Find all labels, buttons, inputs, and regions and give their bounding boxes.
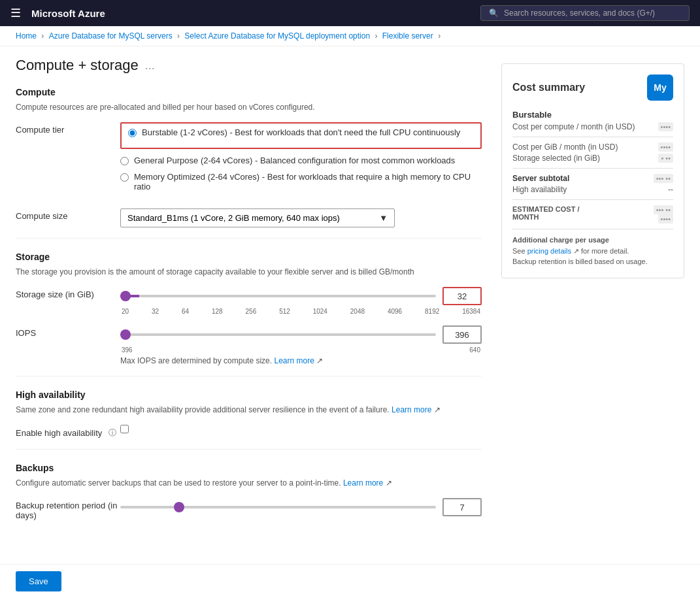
dropdown-chevron-icon: ▼ [379, 213, 388, 223]
compute-size-row: Compute size Standard_B1ms (1 vCore, 2 G… [16, 208, 482, 227]
storage-size-row: Storage size (in GiB) 32 20 32 64 128 25… [16, 287, 482, 315]
compute-size-dropdown[interactable]: Standard_B1ms (1 vCore, 2 GiB memory, 64… [120, 208, 395, 227]
backup-retention-control: 7 [120, 498, 482, 519]
cost-compute-value: •••• [658, 122, 673, 131]
iops-slider-row: 396 [120, 325, 482, 344]
general-radio-input[interactable] [120, 157, 129, 165]
cost-ha-label: High availability [512, 185, 567, 194]
cost-ha-value: -- [668, 185, 673, 194]
search-placeholder: Search resources, services, and docs (G+… [504, 8, 655, 18]
backups-learn-more-link[interactable]: Learn more [343, 478, 383, 488]
cost-compute-row: Cost per compute / month (in USD) •••• [512, 122, 673, 131]
pricing-suffix: for more detail. [581, 247, 629, 255]
compute-section-heading: Compute [16, 87, 482, 97]
brand-name: Microsoft Azure [31, 8, 480, 19]
ha-desc-text: Same zone and zone redundant high availa… [16, 405, 390, 414]
backups-section-heading: Backups [16, 463, 482, 473]
ha-learn-more-link[interactable]: Learn more [392, 405, 431, 414]
backups-external-icon: ↗ [386, 478, 392, 488]
bottom-bar: Save [0, 564, 700, 571]
ha-enable-label-container: Enable high availability ⓘ [16, 425, 120, 439]
iops-note: Max IOPS are determined by compute size.… [120, 356, 482, 365]
pricing-details-link[interactable]: pricing details [527, 247, 571, 255]
memory-radio-input[interactable] [120, 173, 129, 182]
cost-gib-row: Cost per GiB / month (in USD) •••• [512, 142, 673, 152]
backups-section-desc: Configure automatic server backups that … [16, 478, 482, 488]
divider-1 [16, 238, 482, 239]
ha-section-heading: High availability [16, 390, 482, 400]
external-link-icon-2: ↗ [573, 247, 579, 255]
cost-estimated-row: ESTIMATED COST / MONTH ••• •• •••• [512, 205, 673, 224]
additional-charge-label: Additional charge per usage [512, 236, 609, 244]
burstable-radio-option[interactable]: Burstable (1-2 vCores) - Best for worklo… [128, 127, 474, 137]
breadcrumb-home[interactable]: Home [16, 31, 37, 41]
hamburger-menu-icon[interactable]: ☰ [10, 6, 21, 20]
backups-desc-text: Configure automatic server backups that … [16, 478, 341, 488]
ha-checkbox-input[interactable] [120, 425, 129, 433]
storage-size-label: Storage size (in GiB) [16, 287, 120, 299]
iops-control: 396 396 640 Max IOPS are determined by c… [120, 325, 482, 365]
cost-card: Cost summary My Burstable Cost per compu… [501, 63, 684, 278]
backup-retention-slider[interactable] [120, 506, 436, 508]
storage-size-value-box: 32 [442, 287, 482, 305]
divider-3 [16, 449, 482, 450]
ha-checkbox-row: Enable high availability ⓘ [16, 427, 120, 439]
ha-info-icon[interactable]: ⓘ [108, 427, 116, 439]
general-radio-option[interactable]: General Purpose (2-64 vCores) - Balanced… [120, 156, 482, 165]
burstable-radio-input[interactable] [128, 129, 137, 137]
breadcrumb-flexible[interactable]: Flexible server [382, 31, 433, 41]
page-title-menu-icon[interactable]: ... [145, 59, 155, 73]
burstable-option-box[interactable]: Burstable (1-2 vCores) - Best for worklo… [120, 122, 482, 149]
iops-ticks: 396 640 [120, 346, 482, 354]
cost-divider-3 [512, 199, 673, 200]
memory-radio-option[interactable]: Memory Optimized (2-64 vCores) - Best fo… [120, 172, 482, 191]
main-content: Compute + storage ... Compute Compute re… [16, 57, 482, 561]
cost-storage-value: • •• [658, 154, 673, 163]
search-bar[interactable]: 🔍 Search resources, services, and docs (… [480, 5, 690, 21]
iops-value: 396 [455, 330, 469, 340]
storage-size-slider[interactable] [120, 295, 436, 297]
pricing-text: See [512, 247, 525, 255]
iops-learn-more-link[interactable]: Learn more [274, 356, 314, 365]
cost-estimated-sub: •••• [658, 214, 673, 224]
iops-max-tick: 640 [469, 346, 480, 354]
cost-tier-label: Burstable [512, 110, 673, 120]
cost-gib-label: Cost per GiB / month (in USD) [512, 142, 618, 152]
breadcrumb-deployment[interactable]: Select Azure Database for MySQL deployme… [184, 31, 370, 41]
backup-retention-label: Backup retention period (in days) [16, 498, 120, 520]
divider-2 [16, 376, 482, 376]
cost-estimated-value: ••• •• [654, 205, 673, 214]
cost-estimated-values: ••• •• •••• [654, 205, 673, 224]
storage-slider-row: 32 [120, 287, 482, 305]
ha-section-desc: Same zone and zone redundant high availa… [16, 405, 482, 414]
ha-external-icon: ↗ [434, 405, 441, 414]
storage-size-control: 32 20 32 64 128 256 512 1024 2048 4096 8… [120, 287, 482, 315]
compute-section-desc: Compute resources are pre-allocated and … [16, 103, 482, 112]
cost-summary-title: Cost summary [512, 82, 585, 93]
cost-estimated-label: ESTIMATED COST / MONTH [512, 205, 579, 224]
breadcrumb-mysql-servers[interactable]: Azure Database for MySQL servers [49, 31, 173, 41]
ha-checkbox-control [120, 425, 482, 435]
compute-size-select[interactable]: Standard_B1ms (1 vCore, 2 GiB memory, 64… [127, 213, 379, 223]
iops-min-tick: 396 [122, 346, 133, 354]
cost-summary-panel: Cost summary My Burstable Cost per compu… [501, 57, 684, 561]
iops-value-box: 396 [442, 325, 482, 344]
page-title: Compute + storage [16, 57, 139, 74]
ha-enable-text: Enable high availability [16, 428, 102, 438]
external-link-icon: ↗ [316, 356, 323, 365]
cost-compute-label: Cost per compute / month (in USD) [512, 122, 635, 131]
backup-retention-row: Backup retention period (in days) 7 [16, 498, 482, 520]
breadcrumb-sep-1: › [41, 31, 46, 41]
backup-slider-row: 7 [120, 498, 482, 516]
iops-slider[interactable] [120, 333, 436, 336]
page-title-row: Compute + storage ... [16, 57, 482, 74]
mysql-icon: My [647, 75, 673, 101]
cost-card-header: Cost summary My [512, 75, 673, 101]
ha-enable-row: Enable high availability ⓘ [16, 425, 482, 439]
iops-row: IOPS 396 396 640 Max IOPS are determined… [16, 325, 482, 365]
cost-divider-2 [512, 168, 673, 169]
page-container: Compute + storage ... Compute Compute re… [0, 46, 700, 571]
breadcrumb-sep-2: › [177, 31, 182, 41]
storage-size-value: 32 [458, 291, 467, 301]
cost-subtotal-value: ••• •• [654, 174, 673, 183]
